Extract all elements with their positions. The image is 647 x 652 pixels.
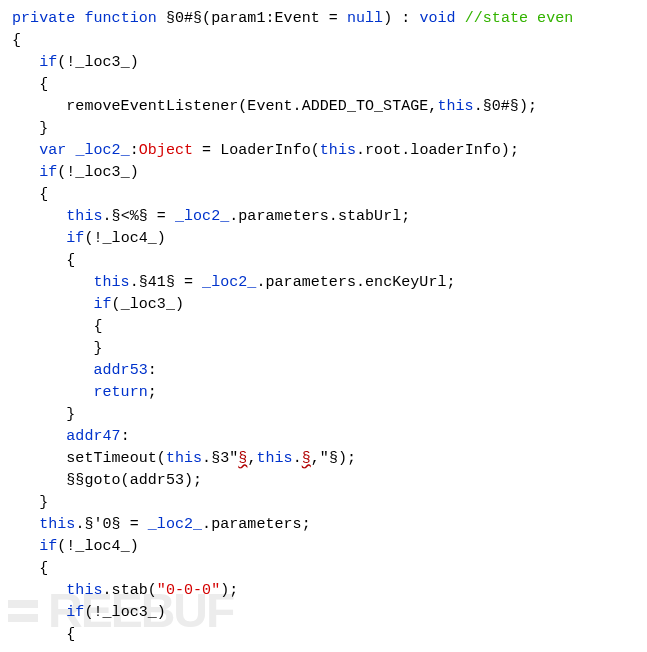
- code-line: setTimeout(this.§3"§,this.§,"§);: [12, 450, 356, 467]
- code-line: {: [12, 626, 75, 643]
- code-line: this.§'0§ = _loc2_.parameters;: [12, 516, 311, 533]
- code-line: {: [12, 318, 103, 335]
- code-line: removeEventListener(Event.ADDED_TO_STAGE…: [12, 98, 537, 115]
- code-line: if(!_loc3_): [12, 54, 139, 71]
- code-line: addr53:: [12, 362, 157, 379]
- code-line: this.§<%§ = _loc2_.parameters.stabUrl;: [12, 208, 410, 225]
- code-line: {: [12, 186, 48, 203]
- code-line: if(!_loc4_): [12, 538, 139, 555]
- code-line: if(!_loc3_): [12, 604, 166, 621]
- code-line: }: [12, 494, 48, 511]
- code-line: this.stab("0-0-0");: [12, 582, 238, 599]
- code-line: private function §0#§(param1:Event = nul…: [12, 10, 573, 27]
- code-line: {: [12, 252, 75, 269]
- code-line: §§goto(addr53);: [12, 472, 202, 489]
- code-block: private function §0#§(param1:Event = nul…: [0, 0, 647, 646]
- code-line: {: [12, 32, 21, 49]
- code-line: return;: [12, 384, 157, 401]
- code-line: if(!_loc3_): [12, 164, 139, 181]
- code-line: addr47:: [12, 428, 130, 445]
- code-line: this.§41§ = _loc2_.parameters.encKeyUrl;: [12, 274, 456, 291]
- code-line: if(_loc3_): [12, 296, 184, 313]
- code-line: }: [12, 340, 103, 357]
- code-line: if(!_loc4_): [12, 230, 166, 247]
- code-line: }: [12, 120, 48, 137]
- code-line: }: [12, 406, 75, 423]
- code-line: var _loc2_:Object = LoaderInfo(this.root…: [12, 142, 519, 159]
- code-line: {: [12, 560, 48, 577]
- code-line: {: [12, 76, 48, 93]
